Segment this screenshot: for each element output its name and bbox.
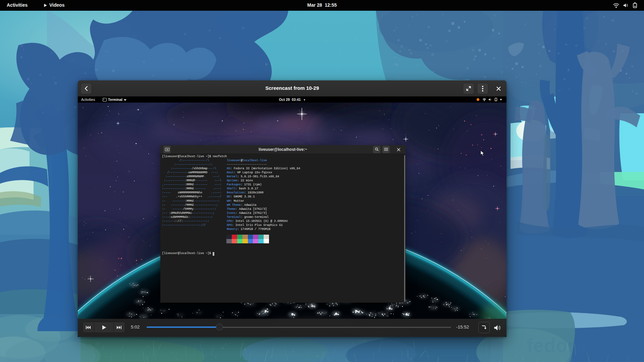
svg-text:fedora: fedora bbox=[527, 334, 586, 356]
